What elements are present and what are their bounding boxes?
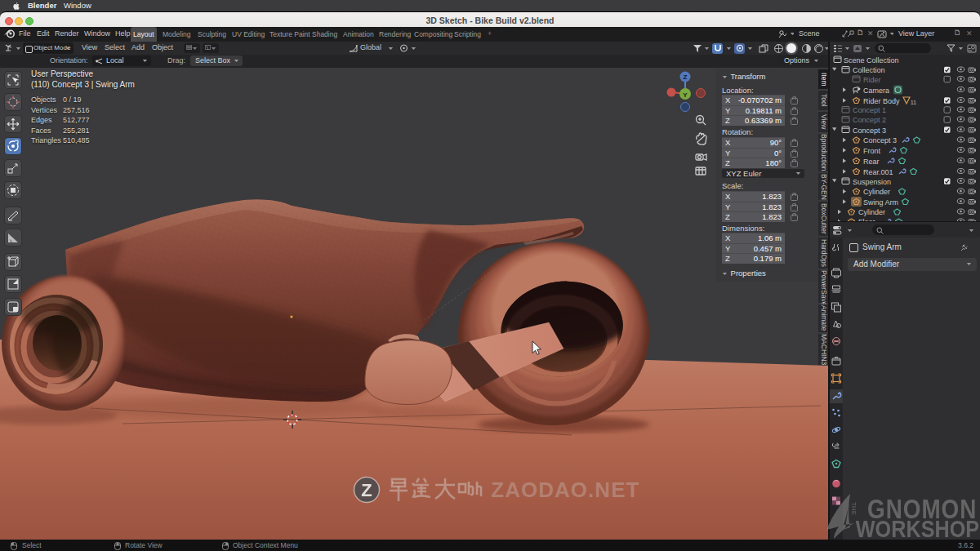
svg-text:Floor: Floor bbox=[858, 218, 875, 221]
svg-text:Scene Collection: Scene Collection bbox=[844, 56, 899, 64]
svg-text:Z: Z bbox=[361, 480, 372, 500]
svg-text:Rider Body: Rider Body bbox=[863, 97, 900, 105]
svg-text:Collection: Collection bbox=[853, 66, 885, 74]
svg-text:Rider: Rider bbox=[863, 76, 881, 84]
svg-text:Rear.001: Rear.001 bbox=[863, 168, 893, 176]
svg-text:Concept 3: Concept 3 bbox=[853, 127, 886, 135]
svg-text:Concept 2: Concept 2 bbox=[853, 116, 886, 124]
svg-text:Concept 3: Concept 3 bbox=[863, 136, 897, 144]
svg-text:WORKSHOP: WORKSHOP bbox=[856, 516, 979, 540]
svg-text:Swing Arm: Swing Arm bbox=[863, 198, 898, 207]
svg-text:Camera: Camera bbox=[863, 87, 889, 95]
svg-text:Concept 1: Concept 1 bbox=[853, 106, 886, 114]
svg-text:ZAODAO.NET: ZAODAO.NET bbox=[491, 478, 639, 501]
svg-text:Cylinder: Cylinder bbox=[858, 208, 885, 216]
svg-text:Front: Front bbox=[863, 147, 881, 155]
svg-text:Z: Z bbox=[684, 73, 688, 81]
svg-text:11: 11 bbox=[911, 100, 916, 105]
svg-text:Rear: Rear bbox=[863, 158, 880, 166]
svg-text:Suspension: Suspension bbox=[853, 178, 891, 186]
svg-text:THE: THE bbox=[850, 502, 858, 516]
svg-text:Cylinder: Cylinder bbox=[863, 188, 890, 196]
svg-text:Y: Y bbox=[683, 91, 688, 99]
